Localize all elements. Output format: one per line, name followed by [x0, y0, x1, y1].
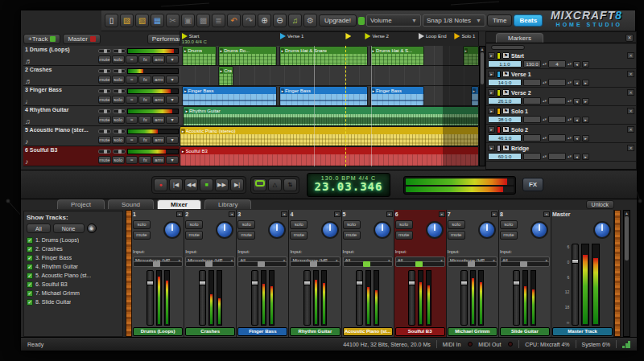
fx-button[interactable]: fx — [138, 116, 151, 124]
channel-menu-button[interactable]: ▾ — [176, 211, 183, 217]
channel-menu-button[interactable]: ▾ — [386, 211, 393, 217]
stepper-icon[interactable]: ▴▾ — [543, 62, 547, 66]
track-checkbox[interactable]: ✓ — [27, 237, 33, 244]
mute-button[interactable]: mute — [98, 76, 111, 84]
tab-sound[interactable]: Sound — [108, 199, 154, 209]
marker-tempo-field[interactable] — [523, 97, 541, 105]
rewind-button[interactable]: ◀◀ — [184, 178, 198, 191]
audio-clip[interactable]: ▸Acoustic Piano (stereo) — [180, 126, 479, 146]
track-checkbox[interactable]: ✓ — [27, 281, 33, 288]
audio-clip[interactable]: ▸Crash — [218, 66, 233, 86]
solo-button[interactable]: solo — [448, 220, 465, 229]
monitor-slider[interactable] — [500, 261, 550, 267]
solo-button[interactable]: solo — [112, 55, 125, 64]
master-name-tag[interactable]: Master Track — [552, 327, 613, 336]
pan-knob[interactable] — [163, 221, 181, 239]
channel-name-tag[interactable]: Finger Bass — [237, 327, 287, 336]
marker-prev-button[interactable]: ◂ — [573, 154, 580, 160]
lcd-display[interactable]: 130.0 BPM 4/4 C 23.03.346 — [307, 173, 390, 197]
collapse-button[interactable]: ▾ — [166, 96, 179, 104]
volume-fader[interactable] — [147, 270, 154, 326]
marker-delete-button[interactable]: ✕ — [627, 108, 634, 114]
marker-flag-icon[interactable]: ⚑ — [502, 108, 510, 114]
show-track-item[interactable]: ✓ 1. Drums (Loops) — [27, 236, 120, 244]
mute-button[interactable]: mute — [133, 231, 151, 240]
clip-menu-icon[interactable]: ▸ — [181, 129, 185, 133]
track-header[interactable]: 4 Rhythm Guitar ♫ mute solo ≈ fx arm ▾ — [23, 106, 180, 126]
marker-next-button[interactable]: ▸ — [582, 135, 589, 142]
solo-button[interactable]: solo — [185, 220, 203, 229]
settings-icon[interactable]: ⚙ — [303, 14, 317, 27]
close-icon[interactable]: ✕ — [625, 34, 634, 42]
mute-button[interactable]: mute — [395, 231, 413, 240]
marker-flag-icon[interactable]: ⚑ — [502, 89, 510, 96]
zoom-in-icon[interactable]: ⊕ — [258, 14, 271, 27]
solo-button[interactable]: solo — [500, 220, 518, 229]
mute-button[interactable]: mute — [448, 231, 465, 240]
collapse-button[interactable]: ▾ — [166, 76, 179, 84]
solo-button[interactable]: solo — [343, 220, 361, 229]
timeline-marker-flag[interactable]: Solo 1 — [454, 33, 475, 39]
mixer-toggle-button[interactable]: ⇅ — [283, 178, 297, 191]
volume-fader[interactable] — [460, 270, 468, 326]
tab-library[interactable]: Library — [204, 199, 251, 209]
channel-menu-button[interactable]: ▾ — [439, 211, 445, 217]
track-checkbox[interactable]: ✓ — [27, 264, 33, 270]
marker-delete-button[interactable]: ✕ — [627, 71, 634, 77]
mute-button[interactable]: mute — [98, 55, 111, 64]
marker-time-field[interactable]: 46:1:0 — [488, 134, 522, 142]
marker-next-button[interactable]: ▸ — [582, 117, 589, 123]
arm-button[interactable]: arm — [152, 156, 165, 164]
show-track-item[interactable]: ✓ 8. Slide Guitar — [27, 297, 120, 306]
marker-sig-field[interactable]: 4 — [548, 60, 566, 68]
mixer-channel-strip[interactable]: 4▾ solo mute Input: Microphone (HP...▾ — [289, 210, 341, 337]
fx-button[interactable]: fx — [138, 156, 151, 164]
stepper-icon[interactable]: ▴▾ — [568, 154, 572, 158]
channel-menu-button[interactable]: ▾ — [229, 211, 235, 217]
add-track-button[interactable]: +Track — [23, 34, 60, 44]
audio-clip[interactable]: ▸Drums Hat & S... — [370, 46, 424, 66]
markers-scroll-pill[interactable] — [491, 45, 525, 50]
channel-name-tag[interactable]: Rhythm Guitar — [290, 327, 340, 336]
scroll-up-icon[interactable]: ▲ — [624, 211, 630, 215]
marker-tempo-field[interactable]: 130.0 — [523, 60, 541, 68]
marker-sig-field[interactable] — [548, 116, 566, 123]
marker-locate-button[interactable]: ▸ — [488, 126, 495, 133]
marker-sig-field[interactable] — [548, 79, 566, 86]
automation-button[interactable]: ≈ — [126, 116, 138, 124]
timeline-marker-flag[interactable]: Verse 2 — [365, 33, 388, 39]
channel-menu-button[interactable]: ▾ — [281, 211, 287, 217]
audio-clip[interactable]: ▸Rhythm Guitar — [183, 106, 479, 126]
monitor-slider[interactable] — [395, 261, 445, 267]
automation-button[interactable]: ≈ — [126, 55, 138, 64]
master-strip[interactable]: Master 6061218∞ Master Track — [551, 210, 614, 337]
snap-select[interactable]: Snap 1/8 Notes▼ — [423, 14, 485, 27]
channel-menu-button[interactable]: ▾ — [543, 211, 550, 217]
marker-locate-button[interactable]: ▸ — [488, 52, 495, 59]
mixer-channel-strip[interactable]: 5▾ solo mute Input: All▾ — [342, 210, 394, 337]
import-icon[interactable]: ▧ — [135, 14, 149, 27]
mixer-channel-strip[interactable]: 3▾ solo mute Input: All▾ — [237, 210, 289, 337]
timeline-marker-flag[interactable]: Start 130.0 4/4 C — [182, 33, 207, 44]
marker-time-field[interactable]: 38:1:0 — [488, 116, 522, 123]
timeline-scrollbar[interactable]: ▲ — [479, 46, 485, 166]
pan-knob[interactable] — [530, 221, 548, 239]
mixer-channel-strip[interactable]: 2▾ solo mute Input: Microphone (HP...▾ — [184, 210, 237, 337]
upgrade-button[interactable]: Upgrade! — [319, 14, 357, 27]
mute-button[interactable]: mute — [98, 136, 111, 144]
track-checkbox[interactable]: ✓ — [27, 255, 33, 261]
marker-time-field[interactable]: 14:1:0 — [488, 79, 522, 86]
audio-clip[interactable]: ▸Finger Bass — [279, 86, 369, 106]
solo-button[interactable]: solo — [290, 220, 308, 229]
save-icon[interactable]: ▦ — [151, 14, 164, 27]
track-header[interactable]: 2 Crashes ♬ mute solo ≈ fx arm ▾ — [23, 66, 180, 86]
pan-knob[interactable] — [268, 221, 286, 239]
automation-button[interactable]: ≈ — [126, 136, 138, 144]
stepper-icon[interactable]: ▴▾ — [568, 80, 572, 84]
clip-menu-icon[interactable]: ▸ — [281, 48, 285, 53]
monitor-slider[interactable] — [185, 261, 235, 267]
show-track-item[interactable]: ✓ 6. Soulful B3 — [27, 280, 120, 289]
marker-row[interactable]: ▸ ⚑ Verse 1 ✕ 14:1:0 ▴▾ ▴▾ ◂ ▸ — [486, 69, 636, 88]
track-header[interactable]: 1 Drums (Loops) ♬ mute solo ≈ fx arm ▾ — [23, 46, 180, 66]
track-checkbox[interactable]: ✓ — [27, 290, 33, 297]
